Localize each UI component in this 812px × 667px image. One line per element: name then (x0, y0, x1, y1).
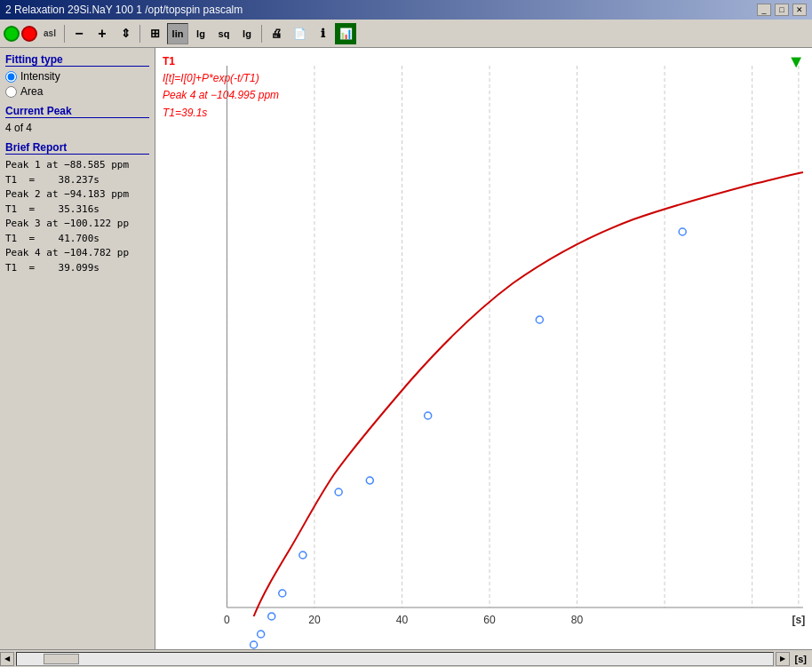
main-content: Fitting type Intensity Area Current Peak… (0, 48, 812, 649)
intensity-label: Intensity (20, 70, 60, 83)
svg-text:60: 60 (483, 614, 496, 626)
svg-point-20 (299, 552, 306, 559)
print-button[interactable]: 🖨 (266, 23, 287, 44)
red-circle-button[interactable] (21, 26, 37, 42)
area-label: Area (20, 85, 43, 98)
area-radio-item[interactable]: Area (5, 85, 149, 98)
page-button[interactable]: 📄 (289, 23, 310, 44)
title-bar: 2 Relaxation 29Si.NaY 100 1 /opt/topspin… (0, 0, 812, 20)
fitting-type-group: Intensity Area (5, 70, 149, 98)
maximize-button[interactable]: □ (775, 4, 789, 16)
scroll-track[interactable] (16, 652, 774, 666)
svg-text:80: 80 (571, 614, 584, 626)
intensity-radio[interactable] (5, 71, 17, 83)
updown-button[interactable]: ⇕ (115, 23, 136, 44)
lg1-button[interactable]: lg (190, 23, 211, 44)
svg-point-23 (425, 412, 432, 419)
sq-button[interactable]: sq (213, 23, 235, 44)
lin-button[interactable]: lin (167, 23, 188, 44)
peak4-t1: T1 = 39.099s (5, 261, 149, 276)
svg-text:[s]: [s] (792, 614, 806, 626)
area-radio[interactable] (5, 86, 17, 98)
minus-button[interactable]: − (68, 23, 90, 44)
svg-point-18 (268, 613, 275, 620)
svg-point-24 (536, 316, 543, 323)
brief-report-label: Brief Report (5, 141, 149, 155)
separator-2 (139, 25, 140, 43)
chart-svg: 0 20 40 60 80 [s] (155, 48, 812, 649)
peak1-t1: T1 = 38.237s (5, 173, 149, 188)
peak3-label: Peak 3 at −100.122 pp (5, 217, 149, 232)
green-circle-button[interactable] (4, 26, 20, 42)
info-button[interactable]: ℹ (312, 23, 333, 44)
current-peak-label: Current Peak (5, 105, 149, 118)
svg-point-16 (251, 641, 258, 648)
brief-report: Peak 1 at −88.585 ppm T1 = 38.237s Peak … (5, 158, 149, 275)
scroll-thumb[interactable] (44, 654, 79, 664)
current-peak-value: 4 of 4 (5, 122, 149, 134)
peak2-label: Peak 2 at −94.183 ppm (5, 187, 149, 202)
svg-point-22 (366, 477, 373, 484)
fitting-type-label: Fitting type (5, 53, 149, 67)
asl-button[interactable]: asl (39, 23, 60, 44)
svg-text:40: 40 (396, 614, 409, 626)
app-title: 2 Relaxation 29Si.NaY 100 1 /opt/topspin… (5, 4, 243, 16)
scroll-left-button[interactable]: ◀ (0, 652, 14, 666)
unit-label: [s] (790, 654, 812, 664)
svg-point-17 (258, 631, 265, 638)
minimize-button[interactable]: _ (757, 4, 771, 16)
svg-text:0: 0 (224, 614, 230, 626)
intensity-radio-item[interactable]: Intensity (5, 70, 149, 83)
svg-point-21 (335, 488, 342, 496)
separator-1 (64, 25, 65, 43)
peak1-label: Peak 1 at −88.585 ppm (5, 158, 149, 173)
peak3-t1: T1 = 41.700s (5, 232, 149, 247)
chart-button[interactable]: 📊 (335, 23, 356, 44)
chart-area: T1 I[t]=I[0]+P*exp(-t/T1) Peak 4 at −104… (155, 48, 812, 649)
separator-3 (261, 25, 262, 43)
lg2-button[interactable]: lg (236, 23, 258, 44)
peak2-t1: T1 = 35.316s (5, 202, 149, 218)
svg-point-19 (279, 590, 286, 597)
toolbar: asl − + ⇕ ⊞ lin lg sq lg 🖨 📄 ℹ 📊 (0, 20, 812, 48)
grid-button[interactable]: ⊞ (144, 23, 165, 44)
peak4-label: Peak 4 at −104.782 pp (5, 246, 149, 261)
svg-text:20: 20 (308, 614, 321, 626)
plus-button[interactable]: + (92, 23, 113, 44)
close-button[interactable]: ✕ (792, 4, 807, 16)
statusbar: ◀ ▶ [s] (0, 649, 812, 667)
svg-point-25 (679, 228, 686, 235)
left-panel: Fitting type Intensity Area Current Peak… (0, 48, 155, 649)
scroll-right-button[interactable]: ▶ (776, 652, 790, 666)
